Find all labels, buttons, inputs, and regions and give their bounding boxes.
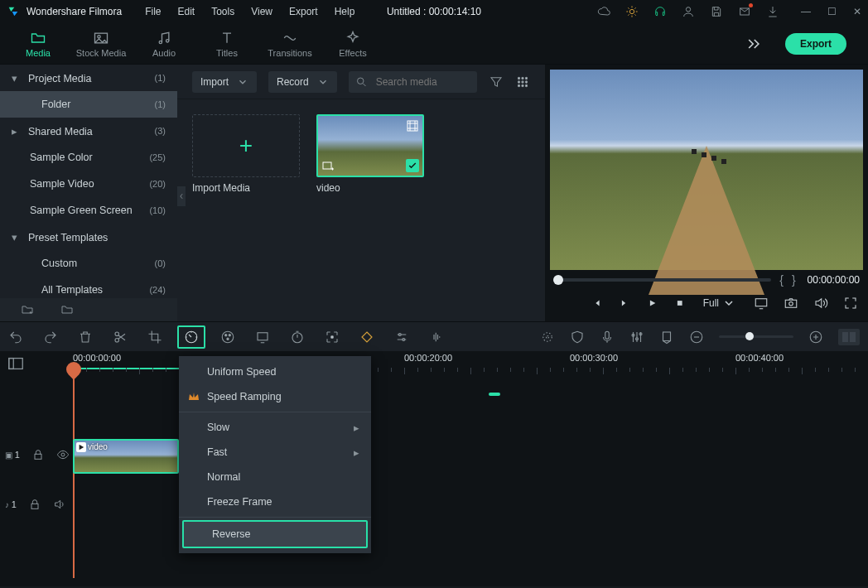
download-icon[interactable] bbox=[766, 5, 779, 18]
account-icon[interactable] bbox=[682, 5, 695, 18]
speaker-icon[interactable] bbox=[53, 498, 66, 511]
scrub-handle-icon[interactable] bbox=[553, 275, 563, 285]
timer-icon[interactable] bbox=[290, 330, 305, 345]
more-tabs-icon[interactable] bbox=[745, 36, 762, 52]
crop-icon[interactable] bbox=[147, 330, 162, 345]
menu-item-reverse[interactable]: Reverse bbox=[182, 520, 368, 548]
snapshot-icon[interactable] bbox=[784, 296, 798, 311]
menu-item-slow[interactable]: Slow ▸ bbox=[179, 415, 371, 440]
menu-item-freeze-frame[interactable]: Freeze Frame bbox=[179, 489, 371, 514]
eye-icon[interactable] bbox=[56, 448, 70, 461]
svg-point-18 bbox=[525, 84, 527, 86]
export-button[interactable]: Export bbox=[785, 33, 846, 55]
tab-stock-media[interactable]: Stock Media bbox=[70, 23, 133, 65]
tracking-icon[interactable] bbox=[325, 330, 340, 345]
audio-track[interactable]: ♪ 1 bbox=[0, 484, 868, 525]
window-close-button[interactable]: ✕ bbox=[853, 6, 861, 17]
keyframe-icon[interactable] bbox=[359, 330, 374, 345]
save-icon[interactable] bbox=[710, 5, 723, 18]
marker-flag-icon[interactable] bbox=[659, 330, 674, 345]
audio-eq-icon[interactable] bbox=[429, 330, 444, 345]
fullscreen-icon[interactable] bbox=[843, 296, 858, 311]
menu-item-normal[interactable]: Normal bbox=[179, 465, 371, 489]
screen-crop-icon[interactable] bbox=[255, 330, 270, 345]
sidebar-item-folder[interactable]: Folder (1) bbox=[0, 91, 177, 118]
speed-button[interactable] bbox=[177, 325, 205, 349]
import-media-card[interactable]: + Import Media bbox=[192, 114, 300, 194]
menu-help[interactable]: Help bbox=[326, 6, 364, 17]
timeline-thumbnail-toggle-icon[interactable] bbox=[7, 354, 25, 373]
preview-quality-select[interactable]: Full bbox=[703, 296, 735, 310]
media-clip-card[interactable]: video bbox=[316, 114, 424, 194]
zoom-in-button[interactable] bbox=[808, 330, 823, 345]
play-icon[interactable] bbox=[648, 296, 657, 310]
menu-tools[interactable]: Tools bbox=[203, 6, 243, 17]
stop-icon[interactable] bbox=[675, 296, 684, 310]
zoom-slider-handle-icon[interactable] bbox=[745, 332, 754, 340]
record-dropdown[interactable]: Record bbox=[268, 71, 337, 93]
step-back-icon[interactable] bbox=[592, 296, 601, 310]
tab-audio[interactable]: Audio bbox=[133, 23, 195, 65]
sun-icon[interactable] bbox=[625, 5, 639, 18]
folder-open-icon[interactable] bbox=[60, 303, 75, 316]
add-to-timeline-icon[interactable] bbox=[321, 159, 335, 172]
step-forward-icon[interactable] bbox=[620, 296, 629, 310]
search-box[interactable] bbox=[349, 71, 477, 93]
sidebar-item-sample-color[interactable]: Sample Color (25) bbox=[0, 144, 177, 171]
tab-media[interactable]: Media bbox=[7, 23, 70, 65]
sidebar-item-sample-video[interactable]: Sample Video (20) bbox=[0, 171, 177, 197]
mixer-icon[interactable] bbox=[629, 330, 644, 345]
cloud-icon[interactable] bbox=[597, 5, 610, 18]
sidebar-item-preset-templates[interactable]: ▾Preset Templates bbox=[0, 224, 177, 250]
grid-view-icon[interactable] bbox=[515, 75, 530, 89]
tab-titles[interactable]: Titles bbox=[195, 23, 258, 65]
menu-file[interactable]: File bbox=[137, 6, 169, 17]
mark-in-icon[interactable]: { bbox=[779, 273, 784, 287]
zoom-out-button[interactable] bbox=[689, 330, 704, 345]
menu-item-uniform-speed[interactable]: Uniform Speed bbox=[179, 359, 371, 384]
preview-monitor[interactable] bbox=[550, 70, 863, 270]
volume-icon[interactable] bbox=[813, 296, 828, 311]
menu-export[interactable]: Export bbox=[281, 6, 326, 17]
shield-icon[interactable] bbox=[570, 330, 585, 345]
marker-dots-icon[interactable] bbox=[540, 330, 555, 345]
import-media-thumb: + bbox=[192, 114, 300, 177]
video-track[interactable]: ▣ 1 video bbox=[0, 434, 868, 475]
timeline-clip[interactable]: video bbox=[73, 439, 179, 474]
svg-point-13 bbox=[518, 80, 519, 82]
lock-icon[interactable] bbox=[31, 448, 45, 461]
mark-out-icon[interactable]: } bbox=[792, 273, 796, 287]
window-minimize-button[interactable]: — bbox=[801, 6, 811, 17]
window-maximize-button[interactable]: ☐ bbox=[827, 6, 837, 17]
menu-item-fast[interactable]: Fast ▸ bbox=[179, 440, 371, 465]
filter-icon[interactable] bbox=[489, 75, 504, 89]
microphone-icon[interactable] bbox=[600, 330, 615, 345]
sidebar-item-project-media[interactable]: ▾Project Media (1) bbox=[0, 65, 177, 91]
sidebar-item-sample-green-screen[interactable]: Sample Green Screen (10) bbox=[0, 197, 177, 224]
undo-icon[interactable] bbox=[8, 330, 23, 345]
adjust-icon[interactable] bbox=[394, 330, 409, 345]
new-folder-icon[interactable] bbox=[20, 303, 35, 316]
sidebar-collapse-button[interactable] bbox=[177, 186, 186, 206]
color-icon[interactable] bbox=[220, 330, 235, 345]
sidebar-item-shared-media[interactable]: ▸Shared Media (3) bbox=[0, 118, 177, 144]
menu-view[interactable]: View bbox=[243, 6, 281, 17]
tab-transitions[interactable]: Transitions bbox=[258, 23, 321, 65]
menu-edit[interactable]: Edit bbox=[170, 6, 204, 17]
import-dropdown[interactable]: Import bbox=[192, 71, 257, 93]
zoom-fit-button[interactable] bbox=[838, 329, 860, 345]
delete-icon[interactable] bbox=[78, 330, 93, 345]
sidebar-item-custom[interactable]: Custom (0) bbox=[0, 250, 177, 277]
split-icon[interactable] bbox=[113, 330, 128, 345]
lock-icon[interactable] bbox=[28, 498, 41, 511]
search-input[interactable] bbox=[374, 75, 470, 89]
scrub-track[interactable] bbox=[553, 278, 771, 282]
screen-icon[interactable] bbox=[754, 296, 769, 311]
zoom-slider[interactable] bbox=[719, 335, 793, 338]
redo-icon[interactable] bbox=[43, 330, 58, 345]
tab-effects[interactable]: Effects bbox=[321, 23, 384, 65]
notifications-icon[interactable] bbox=[738, 5, 751, 18]
menu-item-speed-ramping[interactable]: Speed Ramping bbox=[179, 384, 371, 409]
sidebar-item-all-templates[interactable]: All Templates (24) bbox=[0, 277, 177, 298]
support-headset-icon[interactable] bbox=[653, 5, 667, 18]
